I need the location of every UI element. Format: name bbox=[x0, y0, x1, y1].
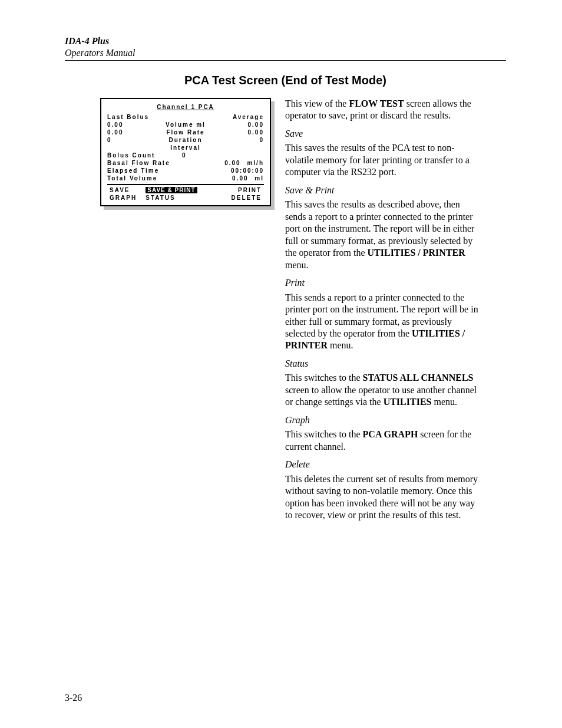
flow-avg: 0.00 bbox=[217, 129, 264, 136]
print-paragraph: This sends a report to a printer connect… bbox=[285, 292, 480, 352]
menu-print[interactable]: PRINT bbox=[202, 186, 264, 194]
page-number: 3-26 bbox=[65, 693, 82, 703]
total-value: 0.00 ml bbox=[232, 175, 264, 182]
print-heading: Print bbox=[285, 277, 480, 289]
bolus-count-label: Bolus Count bbox=[107, 152, 155, 159]
manual-page: IDA-4 Plus Operators Manual PCA Test Scr… bbox=[0, 0, 562, 728]
screen-row-basal-flow: Basal Flow Rate 0.00 ml/h bbox=[107, 160, 264, 166]
flow-label: Flow Rate bbox=[154, 129, 217, 136]
manual-subtitle: Operators Manual bbox=[65, 47, 506, 59]
menu-graph[interactable]: GRAPH bbox=[107, 194, 143, 202]
volume-last: 0.00 bbox=[107, 121, 154, 128]
page-header: IDA-4 Plus Operators Manual bbox=[65, 35, 506, 61]
screen-menu: SAVE SAVE & PRINT PRINT GRAPH STATUS DEL… bbox=[107, 184, 264, 202]
device-screen-illustration: Channel 1 PCA Last Bolus Average 0.00 Vo… bbox=[100, 98, 271, 206]
screen-column-headings: Last Bolus Average bbox=[107, 114, 264, 120]
menu-save-and-print[interactable]: SAVE & PRINT bbox=[143, 186, 202, 194]
basal-value: 0.00 ml/h bbox=[224, 160, 264, 166]
screen-title: Channel 1 PCA bbox=[107, 104, 264, 110]
save-paragraph: This saves the results of the PCA test t… bbox=[285, 142, 480, 178]
menu-delete[interactable]: DELETE bbox=[202, 194, 264, 202]
menu-status[interactable]: STATUS bbox=[143, 194, 202, 202]
basal-unit: ml/h bbox=[247, 160, 264, 166]
status-heading: Status bbox=[285, 358, 480, 370]
heading-last-bolus: Last Bolus bbox=[107, 114, 154, 120]
graph-paragraph: This switches to the PCA GRAPH screen fo… bbox=[285, 429, 480, 453]
screen-row-bolus-count: Bolus Count 0 bbox=[107, 152, 264, 159]
screen-menu-row-2: GRAPH STATUS DELETE bbox=[107, 194, 264, 202]
screen-row-flow-rate: 0.00 Flow Rate 0.00 bbox=[107, 129, 264, 136]
device-screen: Channel 1 PCA Last Bolus Average 0.00 Vo… bbox=[100, 98, 271, 206]
section-title: PCA Test Screen (End of Test Mode) bbox=[65, 74, 506, 87]
heading-average: Average bbox=[217, 114, 264, 120]
total-unit: ml bbox=[254, 175, 264, 182]
basal-label: Basal Flow Rate bbox=[107, 160, 170, 166]
screen-row-duration: 0 Duration 0 bbox=[107, 137, 264, 143]
duration-avg: 0 bbox=[217, 137, 264, 143]
screen-row-total-volume: Total Volume 0.00 ml bbox=[107, 175, 264, 182]
duration-label: Duration bbox=[154, 137, 217, 143]
intro-paragraph: This view of the FLOW TEST screen allows… bbox=[285, 98, 480, 122]
duration-last: 0 bbox=[107, 137, 154, 143]
total-label: Total Volume bbox=[107, 175, 157, 182]
delete-paragraph: This deletes the current set of results … bbox=[285, 473, 480, 522]
delete-heading: Delete bbox=[285, 459, 480, 470]
screen-row-elapsed-time: Elapsed Time 00:00:00 bbox=[107, 167, 264, 174]
elapsed-value: 00:00:00 bbox=[231, 167, 264, 174]
save-print-paragraph: This saves the results as described abov… bbox=[285, 199, 480, 271]
flow-last: 0.00 bbox=[107, 129, 154, 136]
heading-spacer bbox=[154, 114, 217, 120]
product-name: IDA-4 Plus bbox=[65, 35, 506, 47]
volume-label: Volume ml bbox=[154, 121, 217, 128]
save-print-heading: Save & Print bbox=[285, 185, 480, 196]
screen-row-volume: 0.00 Volume ml 0.00 bbox=[107, 121, 264, 128]
menu-save[interactable]: SAVE bbox=[107, 186, 143, 194]
screen-menu-row-1: SAVE SAVE & PRINT PRINT bbox=[107, 186, 264, 194]
bolus-count-value: 0 bbox=[155, 152, 213, 159]
volume-avg: 0.00 bbox=[217, 121, 264, 128]
screen-row-interval: Interval bbox=[107, 144, 264, 151]
content-columns: Channel 1 PCA Last Bolus Average 0.00 Vo… bbox=[65, 98, 506, 528]
graph-heading: Graph bbox=[285, 414, 480, 426]
elapsed-label: Elapsed Time bbox=[107, 167, 159, 174]
status-paragraph: This switches to the STATUS ALL CHANNELS… bbox=[285, 372, 480, 408]
description-column: This view of the FLOW TEST screen allows… bbox=[285, 98, 480, 528]
save-heading: Save bbox=[285, 128, 480, 140]
